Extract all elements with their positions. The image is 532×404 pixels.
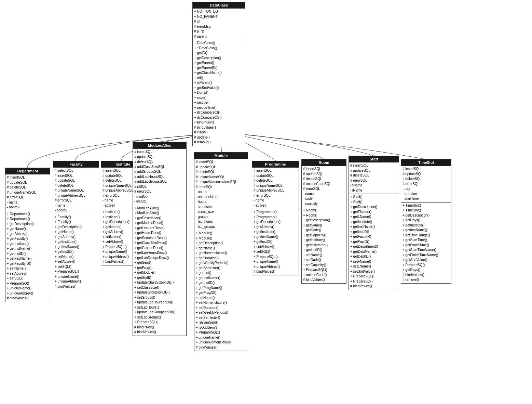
modlecalloc-title: ModLecAlloc xyxy=(133,142,186,148)
staff-title: Staff xyxy=(349,156,399,162)
department-fields: # insertSQL # updateSQL # deleteSQL # un… xyxy=(5,174,50,211)
module-box: Module # insertSQL # updateSQL # deleteS… xyxy=(194,152,248,351)
faculty-box: Faculty # selectSQL # insertSQL # update… xyxy=(53,161,99,290)
dataclass-fields: + NOT_ON_DB + NO_PARENT # id # errorMsg … xyxy=(193,8,245,40)
room-title: Room xyxy=(302,159,346,166)
staff-box: Staff # insertSQL # updateSQL # deleteSQ… xyxy=(349,156,399,290)
programme-title: Programme xyxy=(252,161,299,167)
programme-box: Programme # insertSQL # updateSQL # dele… xyxy=(252,161,299,275)
module-fields: # insertSQL # updateSQL # deleteSQL # un… xyxy=(194,159,248,230)
department-box: Department # insertSQL # updateSQL # del… xyxy=(5,168,50,302)
faculty-title: Faculty xyxy=(53,161,99,167)
module-methods: + Module() + Module() + getDescription()… xyxy=(194,230,248,351)
staff-fields: # insertSQL # updateSQL # deleteSQL # er… xyxy=(349,162,399,194)
programme-methods: + Programme() + Programme() + getDescrip… xyxy=(252,209,299,275)
room-box: Room # insertSQL # updateSQL # deleteSQL… xyxy=(301,159,346,284)
faculty-fields: # selectSQL # insertSQL # updateSQL # de… xyxy=(53,167,99,214)
room-fields: # insertSQL # updateSQL # deleteSQL # un… xyxy=(302,166,346,207)
module-title: Module xyxy=(194,153,248,159)
room-methods: + Room() + Room() + getDescription() + g… xyxy=(302,207,346,283)
staff-methods: + Staff() + Staff() + getDescription() +… xyxy=(349,194,399,290)
modlecalloc-methods: + ModLecAlloc() + ModLecAlloc() + getDes… xyxy=(133,205,186,336)
timeslot-methods: + TimeSlot() + TimeSlot() + getDescripti… xyxy=(401,202,451,283)
timeslot-fields: # insertSQL # updateSQL # deleteSQL # er… xyxy=(401,166,451,202)
dataclass-box: DataClass + NOT_ON_DB + NO_PARENT # id #… xyxy=(192,2,245,146)
department-methods: + Department() + Department() + getDescr… xyxy=(5,211,50,302)
modlecalloc-box: ModLecAlloc # insertSQL # updateSQL # de… xyxy=(133,142,187,336)
faculty-methods: + Faculty() + Faculty() + getDescription… xyxy=(53,214,99,290)
timeslot-box: TimeSlot # insertSQL # updateSQL # delet… xyxy=(401,159,451,284)
department-title: Department xyxy=(5,168,50,174)
dataclass-title: DataClass xyxy=(193,2,245,8)
timeslot-title: TimeSlot xyxy=(401,159,451,166)
modlecalloc-fields: # insertSQL # updateSQL # deleteSQL # ad… xyxy=(133,148,186,205)
programme-fields: # insertSQL # updateSQL # deleteSQL # un… xyxy=(252,167,299,209)
dataclass-methods: + DataClass() + ~DataClass() + getID() +… xyxy=(193,40,245,146)
diagram-container: DataClass + NOT_ON_DB + NO_PARENT # id #… xyxy=(0,0,532,404)
